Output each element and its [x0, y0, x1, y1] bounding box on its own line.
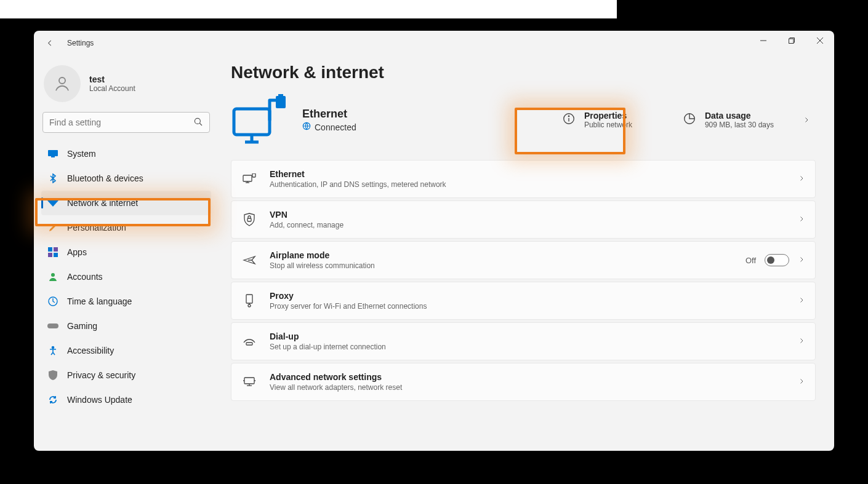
user-block[interactable]: test Local Account [41, 61, 211, 112]
chevron-right-icon [798, 295, 805, 306]
accessibility-icon [47, 346, 58, 355]
vpn-shield-icon [241, 213, 257, 226]
svg-rect-31 [246, 295, 252, 303]
sidebar-item-personalization[interactable]: Personalization [41, 215, 211, 240]
row-title: Ethernet [270, 169, 446, 179]
main-content: Network & internet Ethernet [219, 55, 834, 451]
row-vpn[interactable]: VPN Add, connect, manage [231, 200, 816, 239]
paintbrush-icon [47, 223, 58, 232]
data-usage-card[interactable]: Data usage 909 MB, last 30 days [675, 106, 781, 134]
sidebar-item-bluetooth[interactable]: Bluetooth & devices [41, 166, 211, 191]
svg-point-4 [59, 77, 65, 84]
search-icon [193, 116, 204, 130]
properties-card[interactable]: Properties Public network [555, 106, 659, 134]
row-sub: Authentication, IP and DNS settings, met… [270, 180, 446, 189]
sidebar-item-privacy[interactable]: Privacy & security [41, 363, 211, 387]
row-airplane-mode[interactable]: Airplane mode Stop all wireless communic… [231, 241, 816, 279]
sidebar-item-label: Gaming [67, 321, 97, 331]
row-title: Airplane mode [270, 250, 375, 260]
properties-sub: Public network [584, 121, 632, 129]
sidebar-item-label: Accounts [67, 272, 103, 282]
sidebar-item-accounts[interactable]: Accounts [41, 264, 211, 289]
sidebar-item-label: Privacy & security [67, 370, 135, 380]
sidebar-item-label: Network & internet [67, 198, 138, 208]
data-usage-expand[interactable] [797, 111, 816, 129]
sidebar-item-accessibility[interactable]: Accessibility [41, 338, 211, 363]
row-sub: View all network adapters, network reset [270, 383, 402, 392]
svg-rect-15 [47, 323, 58, 328]
svg-rect-1 [789, 39, 794, 44]
properties-title: Properties [584, 111, 632, 121]
monitor-icon [47, 150, 58, 157]
window-title: Settings [67, 39, 94, 47]
row-title: Proxy [270, 291, 427, 301]
chevron-right-icon [798, 376, 805, 387]
svg-rect-35 [244, 378, 254, 384]
svg-rect-20 [276, 96, 286, 108]
data-usage-title: Data usage [705, 111, 774, 121]
row-title: Dial-up [270, 331, 386, 341]
connection-name: Ethernet [302, 108, 356, 121]
svg-rect-8 [51, 156, 55, 157]
row-sub: Set up a dial-up internet connection [270, 343, 386, 351]
user-account-type: Local Account [89, 84, 135, 93]
row-proxy[interactable]: Proxy Proxy server for Wi-Fi and Etherne… [231, 282, 816, 320]
svg-rect-11 [48, 253, 52, 257]
svg-rect-7 [48, 150, 58, 156]
bluetooth-icon [47, 173, 58, 183]
svg-point-32 [248, 304, 251, 307]
sidebar-item-label: Accessibility [67, 346, 114, 355]
toggle-label: Off [745, 256, 756, 265]
user-name: test [89, 74, 135, 84]
nav-list: System Bluetooth & devices Network & int… [41, 141, 211, 412]
sidebar: test Local Account System Bluetooth & de… [34, 55, 219, 451]
svg-point-25 [568, 116, 569, 116]
sidebar-item-apps[interactable]: Apps [41, 240, 211, 264]
svg-rect-29 [252, 173, 255, 177]
svg-point-13 [51, 273, 55, 277]
row-title: VPN [270, 210, 344, 220]
title-bar: Settings [34, 31, 834, 55]
connection-status: Connected [315, 122, 356, 132]
settings-rows: Ethernet Authentication, IP and DNS sett… [231, 160, 816, 401]
row-advanced-network[interactable]: Advanced network settings View all netwo… [231, 363, 816, 401]
svg-rect-26 [243, 175, 252, 181]
avatar [44, 65, 81, 102]
svg-line-6 [199, 123, 202, 125]
proxy-icon [241, 294, 257, 307]
svg-rect-9 [48, 247, 52, 252]
shield-icon [47, 370, 58, 380]
sidebar-item-label: Windows Update [67, 395, 132, 405]
svg-point-5 [195, 118, 200, 124]
sidebar-item-label: Bluetooth & devices [67, 173, 143, 183]
dialup-icon [241, 336, 257, 346]
sidebar-item-time-language[interactable]: Time & language [41, 289, 211, 314]
search-box[interactable] [42, 112, 210, 133]
svg-rect-34 [246, 343, 252, 345]
info-icon [562, 112, 576, 128]
close-button[interactable] [806, 31, 834, 50]
data-usage-sub: 909 MB, last 30 days [705, 121, 774, 129]
chevron-right-icon [798, 336, 805, 347]
sidebar-item-gaming[interactable]: Gaming [41, 314, 211, 338]
update-icon [47, 395, 58, 405]
person-icon [47, 272, 58, 282]
ethernet-monitor-icon [231, 93, 287, 146]
row-title: Advanced network settings [270, 372, 402, 382]
search-input[interactable] [42, 112, 210, 133]
apps-icon [47, 247, 58, 257]
maximize-button[interactable] [778, 31, 806, 50]
gamepad-icon [47, 322, 58, 330]
minimize-button[interactable] [749, 31, 778, 50]
sidebar-item-windows-update[interactable]: Windows Update [41, 387, 211, 412]
advanced-network-icon [241, 376, 257, 387]
row-ethernet[interactable]: Ethernet Authentication, IP and DNS sett… [231, 160, 816, 198]
sidebar-item-label: Apps [67, 247, 87, 257]
svg-rect-17 [234, 109, 270, 135]
row-dialup[interactable]: Dial-up Set up a dial-up internet connec… [231, 322, 816, 360]
sidebar-item-system[interactable]: System [41, 141, 211, 166]
sidebar-item-network[interactable]: Network & internet [41, 191, 211, 215]
settings-window: Settings test Local Account [34, 31, 834, 451]
back-button[interactable] [42, 36, 57, 50]
airplane-mode-toggle[interactable] [765, 254, 789, 266]
